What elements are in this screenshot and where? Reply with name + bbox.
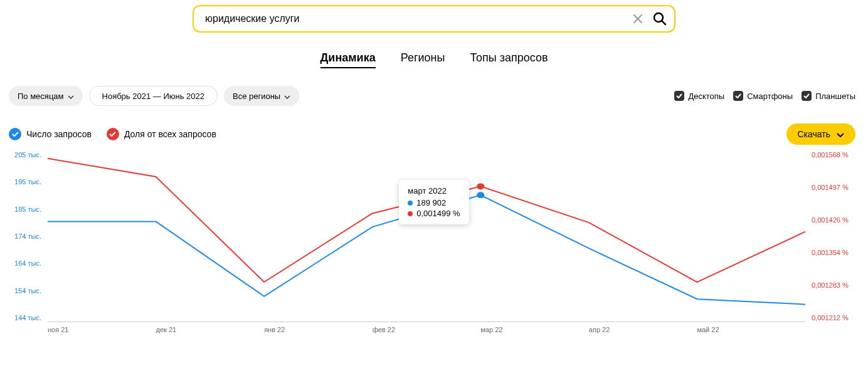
search-input[interactable] [205, 13, 632, 24]
period-select[interactable]: По месяцам [9, 86, 83, 106]
y-left-tick: 174 тыс. [14, 233, 41, 240]
date-range-select[interactable]: Ноябрь 2021 — Июнь 2022 [89, 86, 218, 106]
clear-icon[interactable] [632, 13, 644, 25]
download-label: Скачать [798, 129, 831, 139]
x-tick: мар 22 [480, 326, 502, 333]
search-icon[interactable] [652, 11, 668, 27]
x-tick: фев 22 [373, 326, 395, 333]
y-axis-left: 205 тыс.195 тыс.185 тыс.174 тыс.164 тыс.… [13, 155, 44, 318]
date-range-label: Ноябрь 2021 — Июнь 2022 [102, 91, 204, 101]
y-right-tick: 0,001568 % [812, 151, 849, 159]
search-box [193, 5, 675, 33]
legend-blue[interactable]: Число запросов [9, 128, 92, 140]
y-right-tick: 0,001426 % [812, 216, 849, 224]
svg-point-2 [477, 183, 484, 189]
region-select[interactable]: Все регионы [224, 86, 299, 106]
region-label: Все регионы [233, 91, 280, 101]
search-container [6, 5, 862, 33]
legend: Число запросов Доля от всех запросов [9, 128, 216, 140]
y-left-tick: 144 тыс. [14, 314, 41, 321]
chart-area: 205 тыс.195 тыс.185 тыс.174 тыс.164 тыс.… [13, 155, 855, 337]
check-tablet[interactable]: Планшеты [802, 91, 855, 101]
y-left-tick: 205 тыс. [14, 151, 41, 159]
chart-tooltip: март 2022 189 902 0,001499 % [399, 180, 468, 224]
y-left-tick: 195 тыс. [14, 178, 41, 186]
check-desktop-label: Десктопы [688, 91, 724, 101]
period-label: По месяцам [18, 91, 64, 101]
check-circle-icon [9, 128, 21, 140]
tooltip-blue-value: 189 902 [416, 198, 446, 207]
chevron-down-icon [68, 91, 74, 101]
y-right-tick: 0,001283 % [812, 281, 849, 289]
x-tick: апр 22 [589, 326, 610, 333]
y-right-tick: 0,001212 % [812, 314, 849, 321]
svg-point-1 [477, 192, 484, 198]
x-axis: ноя 21дек 21янв 22фев 22мар 22апр 22май … [48, 321, 805, 337]
y-axis-right: 0,001568 %0,001497 %0,001426 %0,001354 %… [809, 155, 855, 318]
x-tick: янв 22 [264, 326, 285, 333]
tooltip-title: март 2022 [408, 186, 460, 196]
y-left-tick: 164 тыс. [14, 259, 41, 267]
chevron-down-icon [284, 91, 290, 101]
chevron-down-icon [837, 129, 844, 139]
legend-blue-label: Число запросов [26, 129, 92, 139]
dot-icon [408, 211, 413, 216]
legend-row: Число запросов Доля от всех запросов Ска… [6, 123, 862, 145]
legend-red[interactable]: Доля от всех запросов [107, 128, 216, 140]
x-tick: дек 21 [156, 326, 177, 333]
tooltip-red-value: 0,001499 % [416, 209, 460, 218]
chart-plot[interactable]: март 2022 189 902 0,001499 % [48, 155, 805, 318]
y-right-tick: 0,001497 % [812, 184, 849, 191]
checkbox-icon [674, 91, 684, 101]
dot-icon [408, 201, 413, 206]
download-button[interactable]: Скачать [786, 123, 856, 145]
check-circle-icon [107, 128, 119, 140]
controls-row: По месяцам Ноябрь 2021 — Июнь 2022 Все р… [6, 86, 862, 106]
tab-top[interactable]: Топы запросов [470, 51, 548, 68]
device-checks: Десктопы Смартфоны Планшеты [674, 91, 855, 101]
check-desktop[interactable]: Десктопы [674, 91, 724, 101]
checkbox-icon [802, 91, 812, 101]
x-tick: ноя 21 [48, 326, 68, 333]
check-phone-label: Смартфоны [747, 91, 793, 101]
y-right-tick: 0,001354 % [812, 249, 849, 256]
checkbox-icon [733, 91, 743, 101]
tab-regions[interactable]: Регионы [401, 51, 445, 68]
tab-dynamics[interactable]: Динамика [320, 51, 376, 68]
x-tick: май 22 [697, 326, 719, 333]
y-left-tick: 185 тыс. [14, 206, 41, 213]
y-left-tick: 154 тыс. [14, 287, 41, 295]
check-phone[interactable]: Смартфоны [733, 91, 793, 101]
check-tablet-label: Планшеты [815, 91, 855, 101]
tabs: Динамика Регионы Топы запросов [6, 51, 862, 68]
legend-red-label: Доля от всех запросов [124, 129, 216, 139]
